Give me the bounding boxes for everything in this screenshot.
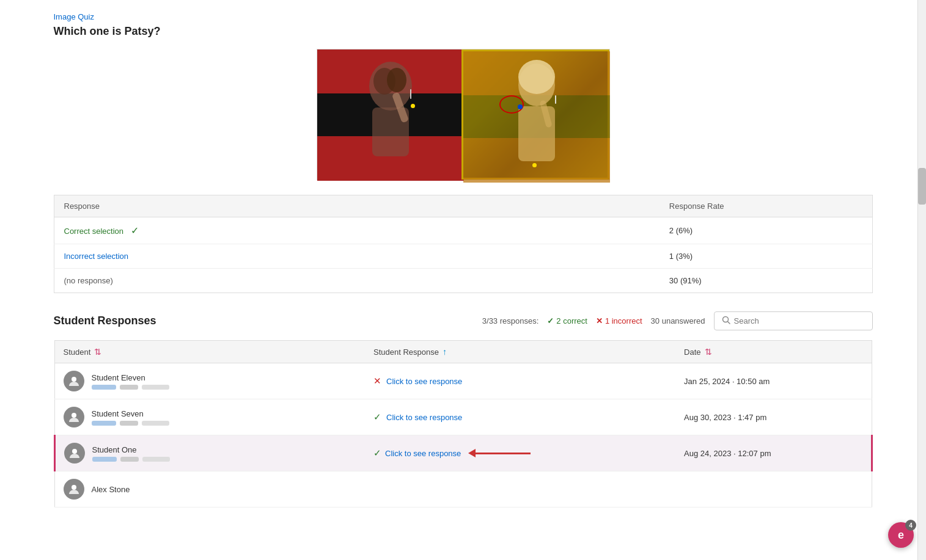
table-row: Correct selection ✓ 2 (6%) (54, 217, 872, 244)
student-name: Alex Stone (92, 485, 130, 494)
table-row: Alex Stone (54, 471, 872, 507)
x-icon: ✕ (596, 316, 603, 325)
response-table-header-rate: Response Rate (660, 195, 872, 217)
response-incorrect-rate: 1 (3%) (660, 244, 872, 269)
avatar (64, 479, 84, 500)
response-correct-rate: 2 (6%) (660, 217, 872, 244)
svg-line-19 (727, 322, 730, 324)
response-none-rate: 30 (91%) (660, 269, 872, 293)
avatar (64, 371, 84, 391)
check-icon: ✓ (373, 412, 381, 423)
student-responses-header: Student Responses 3/33 responses: ✓ 2 co… (54, 311, 873, 330)
svg-rect-15 (518, 106, 555, 161)
summary-count: 3/33 responses: (482, 316, 539, 325)
quiz-image-container (54, 49, 873, 180)
meta-bar (92, 421, 116, 426)
response-cell-eleven: ✕ Click to see response (365, 363, 675, 399)
meta-bar (142, 385, 169, 390)
svg-point-23 (72, 485, 76, 490)
response-sort-icon[interactable]: ↑ (443, 347, 447, 357)
unanswered-badge: 30 unanswered (651, 316, 705, 325)
date-cell-eleven: Jan 25, 2024 · 10:50 am (675, 363, 872, 399)
avatar (64, 407, 84, 427)
response-table-header-response: Response (54, 195, 660, 217)
student-col-header: Student ⇅ (54, 341, 365, 363)
svg-point-21 (72, 413, 76, 418)
meta-bar (142, 421, 169, 426)
click-to-see-response[interactable]: Click to see response (386, 413, 462, 422)
x-icon: ✕ (373, 376, 381, 387)
check-icon: ✓ (373, 448, 381, 459)
meta-bar (120, 421, 138, 426)
table-row-highlighted: Student One ✓ Click to see response (54, 435, 872, 471)
response-cell-alex (365, 471, 675, 507)
search-box[interactable] (714, 311, 873, 330)
meta-bar (120, 385, 138, 390)
avatar (64, 443, 85, 464)
student-cell-eleven: Student Eleven (54, 363, 365, 399)
response-table: Response Response Rate Correct selection… (54, 195, 873, 293)
student-cell-one: Student One (54, 435, 365, 471)
date-cell-alex (675, 471, 872, 507)
response-none-label: (no response) (54, 269, 660, 293)
svg-rect-8 (410, 89, 411, 99)
quiz-label: Image Quiz (54, 12, 873, 21)
meta-bar (142, 457, 170, 462)
date-col-header: Date ⇅ (675, 341, 872, 363)
date-sort-icon[interactable]: ⇅ (705, 347, 712, 357)
quiz-image (317, 49, 610, 180)
table-row: Student Eleven ✕ Click to see response (54, 363, 872, 399)
table-row: Student Seven ✓ Click to see response (54, 399, 872, 435)
response-cell-one: ✓ Click to see response (365, 435, 675, 471)
section-title: Student Responses (54, 315, 156, 327)
correct-badge: ✓ 2 correct (547, 316, 587, 325)
image-right-person (461, 49, 609, 180)
student-name: Student Eleven (92, 373, 169, 382)
search-icon (722, 316, 730, 326)
response-incorrect-label: Incorrect selection (54, 244, 660, 269)
svg-point-14 (518, 60, 555, 94)
click-to-see-response[interactable]: Click to see response (385, 449, 461, 458)
student-sort-icon[interactable]: ⇅ (94, 347, 101, 357)
student-table: Student ⇅ Student Response ↑ Date ⇅ (54, 340, 873, 507)
student-cell-seven: Student Seven (54, 399, 365, 435)
incorrect-badge: ✕ 1 incorrect (596, 316, 642, 325)
question-title: Which one is Patsy? (54, 25, 873, 38)
student-name: Student One (92, 445, 170, 454)
image-left-person (317, 49, 461, 180)
search-input[interactable] (734, 316, 865, 325)
arrow-annotation (468, 449, 531, 457)
date-cell-seven: Aug 30, 2023 · 1:47 pm (675, 399, 872, 435)
svg-point-20 (72, 377, 76, 382)
table-row: (no response) 30 (91%) (54, 269, 872, 293)
check-icon: ✓ (547, 316, 554, 325)
meta-bar (92, 457, 117, 462)
response-col-header: Student Response ↑ (365, 341, 675, 363)
meta-bar (120, 457, 139, 462)
checkmark-icon: ✓ (131, 225, 139, 236)
click-to-see-response[interactable]: Click to see response (386, 377, 462, 386)
response-correct-label: Correct selection ✓ (54, 217, 660, 244)
response-cell-seven: ✓ Click to see response (365, 399, 675, 435)
svg-point-6 (387, 68, 406, 92)
svg-point-22 (72, 449, 77, 454)
response-summary: 3/33 responses: ✓ 2 correct ✕ 1 incorrec… (482, 311, 873, 330)
student-cell-alex: Alex Stone (54, 471, 365, 507)
table-row: Incorrect selection 1 (3%) (54, 244, 872, 269)
svg-rect-17 (555, 95, 556, 104)
student-name: Student Seven (92, 409, 169, 418)
date-cell-one: Aug 24, 2023 · 12:07 pm (675, 435, 872, 471)
meta-bar (92, 385, 116, 390)
